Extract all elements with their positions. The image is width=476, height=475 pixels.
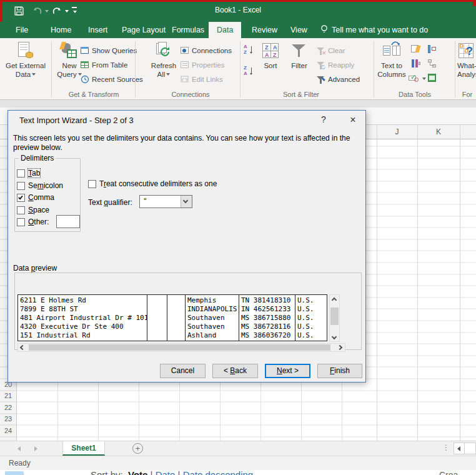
data-preview-label: Data preview	[13, 264, 57, 272]
tab-view[interactable]: View	[282, 22, 315, 38]
horizontal-scrollbar[interactable]	[454, 442, 476, 454]
finish-button[interactable]: Finish	[317, 364, 362, 378]
text-to-columns-button[interactable]: Text to Columns	[375, 40, 409, 98]
cancel-button[interactable]: Cancel	[160, 364, 206, 378]
remove-duplicates-icon[interactable]	[411, 59, 421, 69]
back-button[interactable]: < Back	[212, 364, 258, 378]
grid-line	[417, 125, 418, 441]
dropdown-arrow-icon	[32, 73, 36, 76]
tell-me-label: Tell me what you want to do	[332, 26, 428, 34]
preview-vertical-scrollbar[interactable]	[329, 294, 340, 342]
background-page-sortbar: Sort by: Vote | Date | Date descending	[91, 470, 253, 475]
scrollbar-thumb[interactable]	[29, 344, 330, 351]
checkbox-box[interactable]	[17, 182, 25, 190]
sheet-tab-bar: Sheet1 + ⋮	[0, 441, 476, 456]
checkbox-box[interactable]	[17, 218, 25, 226]
title-bar: Book1 - Excel	[0, 0, 476, 22]
sort-descending-icon[interactable]: Z A	[244, 66, 255, 77]
dropdown-arrow-icon[interactable]	[422, 78, 426, 80]
what-if-analysis-button[interactable]: ? What-If Analysis	[457, 40, 476, 98]
text-import-wizard-dialog: Text Import Wizard - Step 2 of 3 ? × Thi…	[7, 110, 366, 382]
preview-column-city: Memphis INDIANAPOLIS Southaven Southaven…	[186, 295, 239, 341]
clear-filter-button: ✕ Clear	[316, 46, 345, 58]
close-button[interactable]: ×	[344, 113, 362, 128]
scroll-left-icon[interactable]	[457, 446, 460, 451]
checkbox-box[interactable]	[88, 180, 96, 188]
tab-insert[interactable]: Insert	[80, 22, 116, 38]
prev-sheet-icon[interactable]	[17, 446, 21, 451]
checkbox-box-checked[interactable]	[17, 194, 25, 202]
connections-button[interactable]: Connections	[180, 46, 232, 58]
connections-icon	[180, 46, 190, 56]
next-sheet-icon[interactable]	[34, 446, 37, 451]
from-table-button[interactable]: From Table	[80, 60, 127, 72]
combo-dropdown-button[interactable]	[181, 196, 192, 208]
column-header-j[interactable]: J	[377, 128, 417, 136]
row-header-21[interactable]: 21	[0, 390, 16, 402]
delimiters-legend: Delimiters	[19, 154, 56, 162]
group-label-forecast: For	[459, 91, 476, 98]
relationships-icon[interactable]	[427, 59, 437, 69]
text-qualifier-select[interactable]: "	[139, 195, 192, 208]
grid-line	[57, 378, 58, 441]
scroll-right-icon[interactable]	[337, 345, 342, 350]
recent-sources-button[interactable]: Recent Sources	[80, 74, 143, 87]
tab-data[interactable]: Data	[209, 22, 241, 38]
tab-file[interactable]: File	[7, 22, 36, 38]
tab-review[interactable]: Review	[244, 22, 285, 38]
sort-ascending-icon[interactable]: A Z	[244, 44, 255, 56]
flash-fill-icon[interactable]	[411, 44, 421, 54]
tab-home[interactable]: Home	[42, 22, 79, 38]
sort-option-date[interactable]: Date	[156, 470, 176, 475]
checkbox-box[interactable]	[17, 206, 25, 214]
group-label-get-transform: Get & Transform	[54, 91, 134, 98]
sort-button[interactable]: Z A A Z Sort	[256, 40, 285, 98]
text-qualifier-value: "	[143, 197, 147, 205]
refresh-all-icon	[155, 42, 172, 61]
column-header-k[interactable]: K	[417, 128, 460, 136]
clear-filter-icon: ✕	[316, 46, 326, 56]
data-validation-icon[interactable]: ✓	[409, 73, 425, 83]
status-text: Ready	[9, 459, 31, 468]
new-sheet-button[interactable]: +	[132, 443, 143, 454]
scroll-left-icon[interactable]	[20, 345, 25, 350]
next-button[interactable]: Next >	[265, 364, 310, 378]
grid-line	[377, 125, 377, 441]
grid-line	[260, 378, 261, 441]
dropdown-arrow-icon	[166, 73, 170, 76]
row-header-22[interactable]: 22	[0, 402, 16, 414]
background-page-strip: Sort by: Vote | Date | Date descending C…	[0, 470, 476, 475]
tab-overflow-icon[interactable]: ⋮	[442, 443, 450, 452]
advanced-filter-icon	[316, 74, 326, 84]
excel-window: Book1 - Excel File Home Insert Page Layo…	[0, 0, 476, 475]
checkbox-box[interactable]	[17, 169, 25, 178]
grid-line	[301, 378, 302, 441]
tell-me-box[interactable]: Tell me what you want to do	[320, 22, 428, 38]
scrollbar-thumb[interactable]	[330, 308, 339, 325]
preview-horizontal-scrollbar[interactable]	[17, 343, 345, 352]
ribbon-tab-row: File Home Insert Page Layout Formulas Da…	[0, 22, 476, 38]
status-bar: Ready	[0, 456, 476, 470]
filter-button[interactable]: Filter	[285, 40, 314, 98]
sort-option-vote[interactable]: Vote	[128, 470, 147, 475]
row-header-23[interactable]: 23	[0, 413, 16, 425]
sort-option-date-descending[interactable]: Date descending	[183, 470, 254, 475]
consolidate-icon[interactable]	[427, 44, 437, 54]
help-button[interactable]: ?	[317, 114, 330, 127]
preview-column-empty-2	[167, 295, 186, 341]
scroll-down-icon[interactable]	[332, 334, 337, 339]
other-delimiter-input[interactable]	[56, 215, 80, 228]
show-queries-button[interactable]: Show Queries	[80, 46, 137, 58]
data-preview-table[interactable]: 6211 E Holmes Rd 7899 E 88TH ST 481 Airp…	[17, 294, 327, 341]
scroll-up-icon[interactable]	[332, 298, 337, 302]
background-page-crea-text: Crea	[439, 470, 458, 475]
row-header-24[interactable]: 24	[0, 425, 16, 437]
tab-formulas[interactable]: Formulas	[164, 22, 212, 38]
advanced-filter-button[interactable]: Advanced	[316, 74, 360, 87]
manage-data-model-icon[interactable]	[427, 73, 437, 83]
properties-button: Properties	[180, 60, 224, 72]
sheet-tab-sheet1[interactable]: Sheet1	[62, 441, 105, 456]
get-external-data-button[interactable]: Get External Data	[4, 40, 47, 98]
refresh-all-button[interactable]: Refresh All	[147, 40, 180, 98]
new-query-icon	[61, 42, 78, 61]
